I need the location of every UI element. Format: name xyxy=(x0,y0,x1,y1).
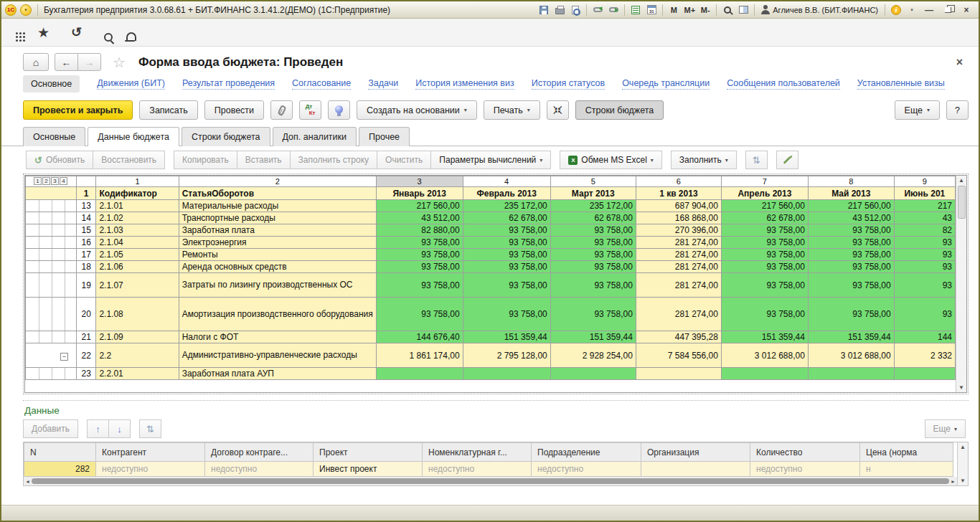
cell-value[interactable]: 144 xyxy=(894,331,955,343)
info-menu-button[interactable]: ▾ xyxy=(905,4,919,16)
cell-value[interactable]: 2 928 254,00 xyxy=(550,343,636,368)
cell-value[interactable]: 93 xyxy=(894,298,955,331)
cell-value[interactable]: 93 758,00 xyxy=(808,237,894,249)
cell-code[interactable]: 2.1.08 xyxy=(96,298,179,331)
column-header[interactable]: 6 xyxy=(636,176,721,187)
cell-code[interactable]: 2.1.02 xyxy=(96,212,179,224)
dt-kt-button[interactable]: ДтКт xyxy=(299,100,321,120)
nav-visa-history[interactable]: История изменения виз xyxy=(415,78,514,90)
col-nomenclature-group[interactable]: Номенклатурная г... xyxy=(423,443,532,462)
scroll-up-icon[interactable]: ▲ xyxy=(960,444,966,450)
cell-value[interactable]: 93 xyxy=(894,237,955,249)
tab-other[interactable]: Прочее xyxy=(359,127,410,146)
cell-value[interactable]: 62 678,00 xyxy=(463,212,550,224)
cell-value[interactable]: 93 758,00 xyxy=(721,261,808,273)
add-button[interactable]: Добавить xyxy=(23,419,78,438)
restore-values-button[interactable]: Восстановить xyxy=(93,151,165,169)
cell-value[interactable]: 93 758,00 xyxy=(550,224,636,237)
spreadsheet-grid[interactable]: 1234 1 2 3 4 5 6 7 8 9 xyxy=(25,176,956,392)
column-header[interactable]: 8 xyxy=(808,176,894,187)
cell-name[interactable]: Затраты по лизингу производственных ОС xyxy=(179,273,376,298)
cell-value[interactable]: 93 758,00 xyxy=(550,298,636,331)
copy-button[interactable]: Копировать xyxy=(174,151,237,169)
cell-value[interactable]: 168 868,00 xyxy=(636,212,721,224)
cell-name[interactable]: Заработная плата xyxy=(179,224,376,237)
cell-value[interactable]: 235 172,00 xyxy=(550,200,636,212)
clear-button[interactable]: Очистить xyxy=(377,151,431,169)
edit-button[interactable] xyxy=(776,151,798,169)
cell-value[interactable]: 93 758,00 xyxy=(463,249,550,261)
cell-price[interactable]: н xyxy=(860,462,953,477)
column-header[interactable] xyxy=(76,176,95,187)
cell-value[interactable]: 7 584 556,00 xyxy=(636,343,721,368)
nav-tasks[interactable]: Задачи xyxy=(368,78,398,90)
col-contract[interactable]: Договор контраге... xyxy=(205,443,314,462)
scroll-left-icon[interactable]: ◄ xyxy=(25,479,30,484)
go-link-button[interactable] xyxy=(606,4,621,16)
refresh-button[interactable]: ↺Обновить xyxy=(26,151,93,169)
cell-value[interactable]: 151 359,44 xyxy=(808,331,894,343)
minimize-button[interactable]: — xyxy=(920,4,938,16)
cell-quantity[interactable]: недоступно xyxy=(750,462,860,477)
tab-main[interactable]: Основные xyxy=(23,127,85,146)
collapse-group-button[interactable]: − xyxy=(60,353,68,361)
cell-value[interactable]: 270 396,00 xyxy=(636,224,721,237)
calculator-button[interactable] xyxy=(628,4,643,16)
cell-code[interactable]: 2.1.07 xyxy=(96,273,179,298)
table-row[interactable]: 14 2.1.02 Транспортные расходы 43 512,00… xyxy=(26,212,956,224)
table-row[interactable]: 17 2.1.05 Ремонты 93 758,00 93 758,00 93… xyxy=(26,249,956,261)
row-header[interactable]: 19 xyxy=(76,273,95,298)
cell-value[interactable]: 217 560,00 xyxy=(721,200,808,212)
header-cell[interactable]: Кодификатор xyxy=(96,187,179,200)
header-cell[interactable]: Январь 2013 xyxy=(376,187,463,200)
row-header[interactable]: 13 xyxy=(76,200,95,212)
row-header[interactable]: 21 xyxy=(76,331,95,343)
post-button[interactable]: Провести xyxy=(204,100,264,120)
cell-value[interactable] xyxy=(376,368,463,380)
cell-value[interactable]: 93 758,00 xyxy=(376,273,463,298)
column-header[interactable]: 9 xyxy=(894,176,955,187)
cell-value[interactable]: 281 274,00 xyxy=(636,249,721,261)
nav-status-history[interactable]: История статусов xyxy=(532,78,605,90)
cell-code[interactable]: 2.2 xyxy=(96,343,179,368)
cell-code[interactable]: 2.2.01 xyxy=(96,368,179,380)
user-button[interactable]: Агличев В.В. (БИТ.ФИНАНС) xyxy=(758,5,881,14)
save-button[interactable] xyxy=(537,4,551,16)
data-more-button[interactable]: Еще▾ xyxy=(925,419,966,438)
cell-name[interactable]: Аренда основных средств xyxy=(179,261,376,273)
fill-row-button[interactable]: Заполнить строку xyxy=(290,151,377,169)
attachments-button[interactable] xyxy=(270,100,293,120)
budget-lines-button[interactable]: Строки бюджета xyxy=(575,100,664,120)
cell-contract[interactable]: недоступно xyxy=(205,462,314,477)
row-header[interactable]: 23 xyxy=(76,368,95,380)
col-n[interactable]: N xyxy=(24,443,96,462)
print-button[interactable] xyxy=(552,4,567,16)
col-counterparty[interactable]: Контрагент xyxy=(96,443,205,462)
memory-plus-button[interactable]: M+ xyxy=(682,4,697,16)
cell-value[interactable] xyxy=(550,368,636,380)
sort-button[interactable]: ⇅ xyxy=(139,419,161,438)
cell-name[interactable]: Административно-управленческие расходы xyxy=(179,343,376,368)
col-department[interactable]: Подразделение xyxy=(532,443,641,462)
header-cell[interactable]: Февраль 2013 xyxy=(463,187,550,200)
write-button[interactable]: Записать xyxy=(139,100,197,120)
cell-value[interactable]: 82 880,00 xyxy=(376,224,463,237)
cell-value[interactable]: 217 560,00 xyxy=(808,200,894,212)
cell-value[interactable]: 93 758,00 xyxy=(808,249,894,261)
row-header[interactable]: 20 xyxy=(76,298,95,331)
cell-value[interactable]: 93 758,00 xyxy=(808,261,894,273)
header-cell[interactable]: СтатьяОборотов xyxy=(179,187,376,200)
tab-budget-lines[interactable]: Строки бюджета xyxy=(182,127,270,146)
nav-posting-result[interactable]: Результат проведения xyxy=(182,78,275,90)
move-up-button[interactable]: ↑ xyxy=(87,419,109,438)
row-header[interactable]: 22 xyxy=(76,343,95,368)
split-view-button[interactable] xyxy=(736,4,750,16)
add-link-button[interactable] xyxy=(590,4,605,16)
cell-value[interactable]: 151 359,44 xyxy=(721,331,808,343)
cell-value[interactable]: 93 758,00 xyxy=(463,273,550,298)
cell-code[interactable]: 2.1.05 xyxy=(96,249,179,261)
cell-value[interactable]: 93 758,00 xyxy=(550,273,636,298)
row-header[interactable]: 17 xyxy=(76,249,95,261)
nav-approval[interactable]: Согласование xyxy=(292,78,351,90)
header-cell[interactable]: Апрель 2013 xyxy=(721,187,808,200)
